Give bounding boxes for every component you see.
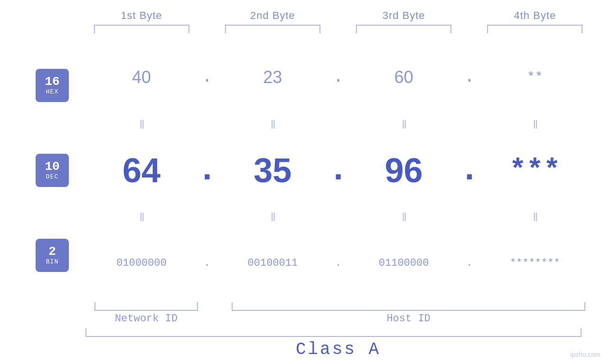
dec-dot-1: . <box>197 151 216 190</box>
bottom-area: Network ID Host ID <box>19 302 591 325</box>
hex-cell-4: ** <box>479 70 591 84</box>
dec-cell-4: *** <box>479 154 591 187</box>
brackets-row <box>85 302 591 311</box>
class-label-row: Class A <box>85 340 591 359</box>
div1-cell3: ‖ <box>348 119 460 129</box>
dec-value-2: 35 <box>253 151 291 190</box>
bin-row: 01000000 . 00100011 . 01100000 . <box>85 224 591 302</box>
bin-value-1: 01000000 <box>116 257 167 269</box>
bin-badge-label: BIN <box>46 258 58 265</box>
hex-badge-number: 16 <box>45 75 59 89</box>
hex-value-2: 23 <box>263 67 282 87</box>
dec-badge-number: 10 <box>45 160 59 174</box>
div1-cell4: ‖ <box>479 119 591 129</box>
badges-column: 16 HEX 10 DEC 2 BIN <box>19 38 85 302</box>
top-bracket-1 <box>94 25 189 33</box>
class-bracket <box>85 328 582 337</box>
hex-dot-1: . <box>197 67 216 87</box>
hex-value-4: ** <box>527 70 543 84</box>
byte-label-4: 4th Byte <box>514 9 556 22</box>
div1-cell1: ‖ <box>85 119 197 129</box>
bin-cell-1: 01000000 <box>85 257 197 269</box>
dec-dot-icon-3: . <box>459 151 479 190</box>
bin-badge-number: 2 <box>48 245 56 259</box>
dec-dot-3: . <box>460 151 479 190</box>
dec-dot-2: . <box>329 151 348 190</box>
hex-cell-3: 60 <box>348 67 460 87</box>
main-container: 1st Byte 2nd Byte 3rd Byte 4th Byte 16 H… <box>0 0 610 364</box>
byte-col-1: 1st Byte <box>85 9 197 33</box>
hex-badge-label: HEX <box>46 88 58 95</box>
byte-label-3: 3rd Byte <box>383 9 425 22</box>
hex-value-1: 40 <box>132 67 151 87</box>
bin-cell-4: ******** <box>479 257 591 269</box>
div2-cell3: ‖ <box>348 211 460 222</box>
dec-value-4: *** <box>509 154 561 187</box>
bin-dot-1: . <box>197 257 216 269</box>
hex-dot-3: . <box>460 67 479 87</box>
network-id-label: Network ID <box>115 313 178 325</box>
hex-row: 40 . 23 . 60 . ** <box>85 38 591 117</box>
class-row: Class A <box>19 328 591 359</box>
hex-cell-1: 40 <box>85 67 197 87</box>
div2-cell2: ‖ <box>216 211 328 222</box>
bin-dot-icon-3: . <box>466 257 472 269</box>
byte-col-4: 4th Byte <box>479 9 591 33</box>
content-area: 16 HEX 10 DEC 2 BIN 40 . <box>19 38 591 302</box>
host-bracket <box>232 302 586 311</box>
bin-dot-2: . <box>329 257 348 269</box>
top-bracket-2 <box>225 25 320 33</box>
class-label: Class A <box>296 340 381 359</box>
bin-dot-icon-1: . <box>204 257 210 269</box>
bin-value-3: 01100000 <box>379 257 429 269</box>
hex-dot-icon-2: . <box>333 67 344 87</box>
hex-cell-2: 23 <box>216 67 328 87</box>
byte-col-3: 3rd Byte <box>348 9 460 33</box>
dec-dot-icon-2: . <box>328 151 348 190</box>
top-bracket-4 <box>487 25 582 33</box>
hex-value-3: 60 <box>394 67 413 87</box>
divider-1: ‖ ‖ ‖ ‖ <box>85 117 591 131</box>
dec-badge-label: DEC <box>46 173 58 180</box>
byte-col-2: 2nd Byte <box>216 9 328 33</box>
byte-label-1: 1st Byte <box>121 9 162 22</box>
dec-cell-3: 96 <box>348 151 460 190</box>
div1-cell2: ‖ <box>216 119 328 129</box>
bin-value-2: 00100011 <box>248 257 298 269</box>
dec-row: 64 . 35 . 96 . *** <box>85 131 591 210</box>
labels-row: Network ID Host ID <box>85 313 591 325</box>
bin-cell-2: 00100011 <box>216 257 328 269</box>
divider-2: ‖ ‖ ‖ ‖ <box>85 209 591 224</box>
top-bracket-3 <box>356 25 451 33</box>
bin-dot-icon-2: . <box>335 257 341 269</box>
dec-value-1: 64 <box>122 151 160 190</box>
div2-cell1: ‖ <box>85 211 197 222</box>
bin-value-4: ******** <box>510 257 560 269</box>
bin-cell-3: 01100000 <box>348 257 460 269</box>
bin-dot-3: . <box>460 257 479 269</box>
hex-badge: 16 HEX <box>36 69 69 102</box>
bin-badge: 2 BIN <box>36 239 69 272</box>
div2-cell4: ‖ <box>479 211 591 222</box>
header-row: 1st Byte 2nd Byte 3rd Byte 4th Byte <box>19 9 591 33</box>
network-bracket <box>94 302 198 311</box>
dec-badge: 10 DEC <box>36 154 69 187</box>
dec-value-3: 96 <box>385 151 423 190</box>
watermark: ipshu.com <box>570 351 601 358</box>
dec-dot-icon-1: . <box>197 151 217 190</box>
hex-dot-2: . <box>329 67 348 87</box>
data-columns: 40 . 23 . 60 . ** <box>85 38 591 302</box>
dec-cell-2: 35 <box>216 151 328 190</box>
dec-cell-1: 64 <box>85 151 197 190</box>
host-id-label: Host ID <box>386 313 430 325</box>
byte-label-2: 2nd Byte <box>250 9 295 22</box>
hex-dot-icon-1: . <box>202 67 212 87</box>
hex-dot-icon-3: . <box>464 67 475 87</box>
